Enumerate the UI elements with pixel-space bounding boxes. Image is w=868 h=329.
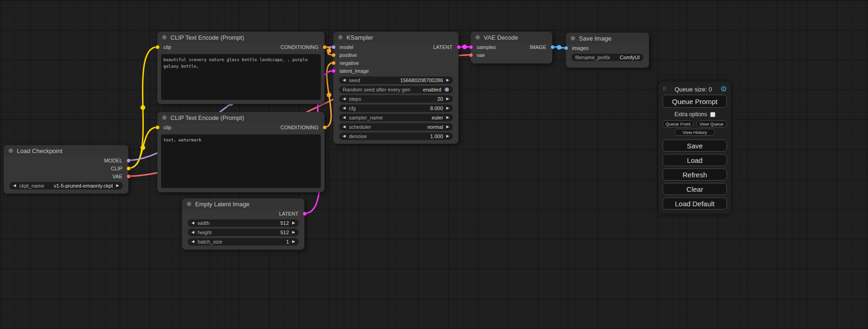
increment-arrow-icon[interactable]: ▶ bbox=[292, 221, 295, 225]
extra-options-checkbox[interactable] bbox=[710, 112, 715, 117]
node-header[interactable]: VAE Decode bbox=[471, 32, 552, 43]
load-default-button[interactable]: Load Default bbox=[663, 197, 727, 210]
widget-filename-prefix[interactable]: filename_prefix ComfyUI bbox=[572, 54, 643, 61]
node-title: CLIP Text Encode (Prompt) bbox=[170, 114, 244, 121]
output-socket-latent[interactable] bbox=[457, 45, 461, 49]
input-label-samples: samples bbox=[477, 44, 496, 50]
settings-gear-icon[interactable]: ⚙ bbox=[720, 85, 727, 93]
widget-value: v1-5-pruned-emaonly.ckpt bbox=[48, 183, 113, 189]
decrement-arrow-icon[interactable]: ◀ bbox=[13, 184, 16, 188]
decrement-arrow-icon[interactable]: ◀ bbox=[343, 97, 346, 101]
widget-batch-size[interactable]: ◀ batch_size 1 ▶ bbox=[188, 238, 299, 245]
queue-front-button[interactable]: Queue Front bbox=[663, 120, 694, 127]
widget-height[interactable]: ◀ height 512 ▶ bbox=[188, 229, 299, 236]
input-socket-samples[interactable] bbox=[469, 45, 473, 49]
input-socket-model[interactable] bbox=[332, 45, 336, 49]
node-header[interactable]: CLIP Text Encode (Prompt) bbox=[157, 32, 325, 43]
widget-cfg[interactable]: ◀ cfg 8.000 ▶ bbox=[339, 105, 453, 112]
widget-width[interactable]: ◀ width 512 ▶ bbox=[188, 219, 299, 227]
collapse-dot-icon[interactable] bbox=[162, 35, 167, 40]
load-button[interactable]: Load bbox=[663, 154, 727, 166]
decrement-arrow-icon[interactable]: ◀ bbox=[343, 125, 346, 129]
drag-handle-icon[interactable]: ⠿ bbox=[663, 86, 666, 92]
increment-arrow-icon[interactable]: ▶ bbox=[116, 184, 119, 188]
toggle-knob-icon[interactable] bbox=[445, 87, 449, 92]
widget-name: sampler_name bbox=[349, 115, 383, 120]
decrement-arrow-icon[interactable]: ◀ bbox=[343, 78, 346, 82]
collapse-dot-icon[interactable] bbox=[187, 202, 191, 206]
node-title: CLIP Text Encode (Prompt) bbox=[170, 34, 244, 41]
decrement-arrow-icon[interactable]: ◀ bbox=[191, 231, 194, 234]
node-header[interactable]: Empty Latent Image bbox=[182, 198, 304, 210]
widget-steps[interactable]: ◀ steps 20 ▶ bbox=[339, 95, 453, 103]
output-socket-clip[interactable] bbox=[127, 166, 131, 170]
extra-options-label: Extra options bbox=[674, 111, 707, 118]
save-button[interactable]: Save bbox=[663, 140, 727, 152]
increment-arrow-icon[interactable]: ▶ bbox=[446, 125, 449, 129]
node-load-checkpoint[interactable]: Load Checkpoint MODEL CLIP VAE ◀ ckpt_na… bbox=[4, 145, 128, 194]
increment-arrow-icon[interactable]: ▶ bbox=[446, 134, 449, 138]
increment-arrow-icon[interactable]: ▶ bbox=[446, 97, 449, 101]
node-clip-text-encode-negative[interactable]: CLIP Text Encode (Prompt) clip CONDITION… bbox=[157, 112, 325, 192]
collapse-dot-icon[interactable] bbox=[571, 36, 575, 41]
collapse-dot-icon[interactable] bbox=[162, 115, 167, 120]
decrement-arrow-icon[interactable]: ◀ bbox=[343, 134, 346, 138]
queue-prompt-button[interactable]: Queue Prompt bbox=[663, 95, 727, 108]
node-empty-latent-image[interactable]: Empty Latent Image LATENT ◀ width 512 ▶ … bbox=[182, 198, 304, 250]
increment-arrow-icon[interactable]: ▶ bbox=[446, 106, 449, 110]
output-socket-image[interactable] bbox=[550, 45, 555, 49]
widget-name: filename_prefix bbox=[575, 55, 610, 60]
input-socket-positive[interactable] bbox=[332, 53, 336, 57]
widget-sampler-name[interactable]: ◀ sampler_name euler ▶ bbox=[339, 114, 453, 121]
increment-arrow-icon[interactable]: ▶ bbox=[446, 116, 449, 119]
node-header[interactable]: KSampler bbox=[333, 32, 459, 43]
node-clip-text-encode-positive[interactable]: CLIP Text Encode (Prompt) clip CONDITION… bbox=[157, 32, 325, 104]
output-socket-latent[interactable] bbox=[303, 211, 307, 216]
output-label-clip: CLIP bbox=[111, 166, 122, 171]
view-history-button[interactable]: View History bbox=[675, 129, 715, 136]
increment-arrow-icon[interactable]: ▶ bbox=[292, 231, 295, 234]
widget-scheduler[interactable]: ◀ scheduler normal ▶ bbox=[339, 123, 453, 131]
node-save-image[interactable]: Save Image images filename_prefix ComfyU… bbox=[566, 33, 649, 68]
collapse-dot-icon[interactable] bbox=[475, 35, 480, 40]
input-socket-clip[interactable] bbox=[155, 125, 160, 129]
output-socket-conditioning[interactable] bbox=[323, 45, 327, 49]
node-vae-decode[interactable]: VAE Decode samples IMAGE vae bbox=[471, 32, 552, 63]
input-socket-latent-image[interactable] bbox=[332, 69, 336, 73]
clear-button[interactable]: Clear bbox=[663, 183, 727, 195]
increment-arrow-icon[interactable]: ▶ bbox=[446, 78, 449, 82]
decrement-arrow-icon[interactable]: ◀ bbox=[191, 221, 194, 225]
widget-ckpt-name[interactable]: ◀ ckpt_name v1-5-pruned-emaonly.ckpt ▶ bbox=[9, 182, 123, 189]
widget-denoise[interactable]: ◀ denoise 1.000 ▶ bbox=[339, 133, 453, 140]
output-socket-model[interactable] bbox=[127, 158, 131, 162]
decrement-arrow-icon[interactable]: ◀ bbox=[343, 106, 346, 110]
collapse-dot-icon[interactable] bbox=[338, 35, 343, 40]
widget-random-seed-toggle[interactable]: Random seed after every gen enabled bbox=[339, 86, 453, 93]
input-label-clip: clip bbox=[163, 44, 171, 50]
input-label-images: images bbox=[572, 45, 588, 51]
output-label-latent: LATENT bbox=[433, 44, 452, 50]
input-socket-clip[interactable] bbox=[155, 45, 160, 49]
input-socket-images[interactable] bbox=[564, 46, 568, 50]
decrement-arrow-icon[interactable]: ◀ bbox=[343, 116, 346, 119]
widget-seed[interactable]: ◀ seed 156680208700286 ▶ bbox=[339, 77, 453, 84]
widget-value: 1.000 bbox=[370, 133, 443, 139]
node-header[interactable]: CLIP Text Encode (Prompt) bbox=[157, 112, 325, 123]
input-socket-vae[interactable] bbox=[469, 53, 473, 57]
collapse-dot-icon[interactable] bbox=[8, 148, 13, 153]
positive-prompt-textarea[interactable]: beautiful scenery nature glass bottle la… bbox=[161, 54, 321, 100]
wire-midpoint-dot bbox=[141, 105, 145, 110]
node-graph-canvas[interactable]: Load Checkpoint MODEL CLIP VAE ◀ ckpt_na… bbox=[0, 0, 868, 329]
widget-name: cfg bbox=[349, 105, 356, 111]
negative-prompt-textarea[interactable]: text, watermark bbox=[161, 134, 321, 188]
refresh-button[interactable]: Refresh bbox=[663, 168, 727, 181]
decrement-arrow-icon[interactable]: ◀ bbox=[191, 240, 194, 244]
output-socket-vae[interactable] bbox=[127, 174, 131, 178]
node-header[interactable]: Load Checkpoint bbox=[4, 145, 128, 156]
increment-arrow-icon[interactable]: ▶ bbox=[292, 240, 295, 244]
node-ksampler[interactable]: KSampler model LATENT positive negative … bbox=[333, 32, 459, 144]
output-socket-conditioning[interactable] bbox=[323, 125, 327, 129]
input-socket-negative[interactable] bbox=[332, 61, 336, 65]
view-queue-button[interactable]: View Queue bbox=[696, 120, 727, 127]
node-header[interactable]: Save Image bbox=[566, 33, 649, 44]
